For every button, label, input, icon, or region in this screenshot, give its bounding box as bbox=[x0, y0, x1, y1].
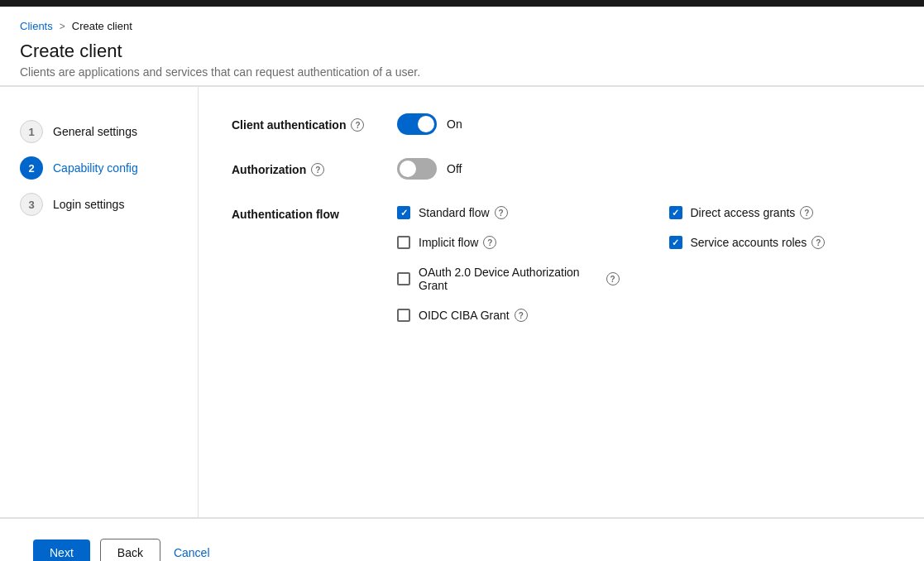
step-3-circle: 3 bbox=[20, 193, 43, 216]
service-accounts-help-icon[interactable]: ? bbox=[811, 236, 825, 249]
oauth-device-help-icon[interactable]: ? bbox=[606, 272, 620, 285]
step-3-label: Login settings bbox=[53, 198, 124, 211]
breadcrumb-current: Create client bbox=[72, 20, 132, 32]
auth-flow-row: Authentication flow ✓ Standard flo bbox=[232, 203, 891, 325]
checkbox-oauth-box[interactable] bbox=[397, 272, 410, 285]
checkbox-oidc-box[interactable] bbox=[397, 309, 410, 322]
footer-actions: Next Back Cancel bbox=[0, 518, 924, 561]
authorization-toggle[interactable] bbox=[397, 158, 437, 180]
sidebar-item-capability-config[interactable]: 2 Capability config bbox=[20, 150, 178, 186]
client-auth-help-icon[interactable]: ? bbox=[351, 118, 364, 132]
cancel-button[interactable]: Cancel bbox=[170, 539, 213, 561]
authorization-row: Authorization ? Off bbox=[232, 158, 891, 180]
client-auth-row: Client authentication ? On bbox=[232, 113, 891, 135]
checkbox-oauth-device[interactable]: OAuth 2.0 Device Authorization Grant ? bbox=[397, 262, 620, 295]
checkbox-service-label: Service accounts roles ? bbox=[691, 236, 826, 249]
sidebar-item-login-settings[interactable]: 3 Login settings bbox=[20, 186, 178, 223]
authorization-label: Authorization bbox=[232, 163, 306, 176]
checkbox-oidc-ciba[interactable]: OIDC CIBA Grant ? bbox=[397, 305, 620, 325]
checkbox-direct-label: Direct access grants ? bbox=[691, 206, 814, 219]
client-auth-toggle-label: On bbox=[447, 117, 462, 131]
breadcrumb-clients-link[interactable]: Clients bbox=[20, 20, 53, 32]
checkbox-service-box[interactable]: ✓ bbox=[669, 236, 682, 249]
oidc-ciba-help-icon[interactable]: ? bbox=[515, 309, 528, 322]
checkbox-standard-flow[interactable]: ✓ Standard flow ? bbox=[397, 203, 620, 223]
client-auth-toggle[interactable] bbox=[397, 113, 437, 135]
checkbox-service-check: ✓ bbox=[672, 238, 679, 247]
breadcrumb: Clients > Create client bbox=[20, 20, 904, 32]
checkbox-direct-box[interactable]: ✓ bbox=[669, 206, 682, 219]
back-button[interactable]: Back bbox=[100, 539, 160, 561]
next-button[interactable]: Next bbox=[33, 539, 90, 561]
checkbox-direct-check: ✓ bbox=[672, 209, 679, 218]
checkbox-standard-check: ✓ bbox=[400, 209, 408, 218]
page-title: Create client bbox=[20, 41, 904, 62]
step-1-label: General settings bbox=[53, 125, 137, 138]
checkbox-oauth-label: OAuth 2.0 Device Authorization Grant ? bbox=[419, 266, 620, 292]
step-2-label: Capability config bbox=[53, 161, 138, 175]
checkbox-implicit-flow[interactable]: Implicit flow ? bbox=[397, 233, 620, 252]
checkbox-implicit-box[interactable] bbox=[397, 236, 410, 249]
authorization-help-icon[interactable]: ? bbox=[311, 163, 324, 176]
step-2-circle: 2 bbox=[20, 156, 43, 180]
checkbox-direct-access[interactable]: ✓ Direct access grants ? bbox=[669, 203, 892, 223]
implicit-flow-help-icon[interactable]: ? bbox=[483, 236, 496, 249]
content-area: Client authentication ? On bbox=[199, 87, 924, 517]
standard-flow-help-icon[interactable]: ? bbox=[495, 206, 508, 219]
page-subtitle: Clients are applications and services th… bbox=[20, 65, 904, 79]
checkbox-service-accounts[interactable]: ✓ Service accounts roles ? bbox=[669, 233, 892, 252]
sidebar: 1 General settings 2 Capability config 3… bbox=[0, 87, 199, 517]
checkbox-standard-label: Standard flow ? bbox=[419, 206, 508, 219]
step-1-circle: 1 bbox=[20, 120, 43, 143]
checkbox-oidc-label: OIDC CIBA Grant ? bbox=[419, 309, 528, 322]
breadcrumb-separator: > bbox=[60, 21, 65, 32]
sidebar-item-general-settings[interactable]: 1 General settings bbox=[20, 113, 178, 150]
direct-access-help-icon[interactable]: ? bbox=[800, 206, 813, 219]
checkbox-standard-box[interactable]: ✓ bbox=[397, 206, 410, 219]
client-auth-label: Client authentication bbox=[232, 118, 346, 132]
checkbox-implicit-label: Implicit flow ? bbox=[419, 236, 496, 249]
auth-flow-label: Authentication flow bbox=[232, 208, 339, 221]
authorization-toggle-label: Off bbox=[447, 162, 462, 175]
